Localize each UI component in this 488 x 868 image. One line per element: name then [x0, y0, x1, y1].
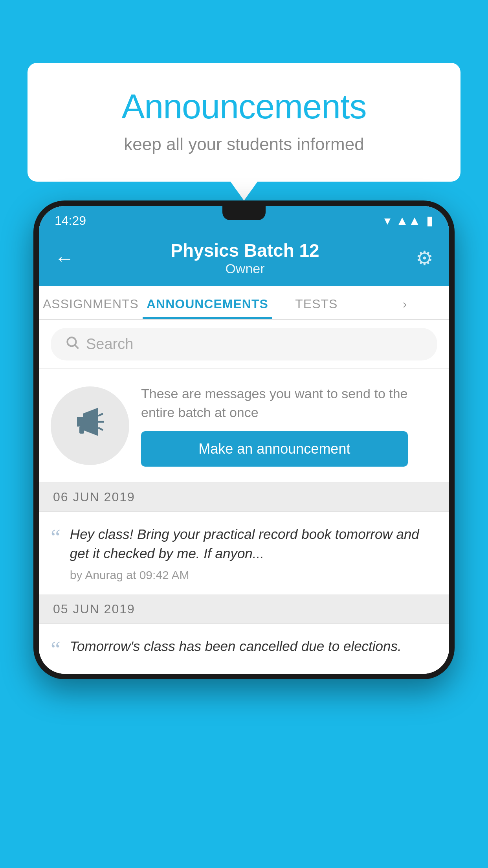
phone-wrapper: 14:29 ▾ ▲▲ ▮ ← Physics Batch 12 Owner ⚙ … — [33, 200, 455, 868]
search-placeholder-text: Search — [86, 336, 133, 353]
phone-frame: 14:29 ▾ ▲▲ ▮ ← Physics Batch 12 Owner ⚙ … — [33, 200, 455, 679]
battery-icon: ▮ — [426, 213, 433, 228]
back-button[interactable]: ← — [55, 247, 74, 270]
quote-icon-1: “ — [51, 526, 61, 548]
promo-content: These are messages you want to send to t… — [141, 384, 437, 467]
search-container: Search — [39, 320, 449, 369]
announcement-content-2: Tomorrow's class has been cancelled due … — [70, 636, 437, 661]
announcement-text-1: Hey class! Bring your practical record b… — [70, 524, 437, 563]
status-icons: ▾ ▲▲ ▮ — [384, 213, 433, 228]
user-role-label: Owner — [74, 261, 416, 276]
search-icon — [65, 335, 80, 353]
announcement-item-1[interactable]: “ Hey class! Bring your practical record… — [39, 512, 449, 595]
make-announcement-button[interactable]: Make an announcement — [141, 431, 408, 467]
speech-bubble-subtitle: keep all your students informed — [59, 134, 429, 154]
tab-tests[interactable]: TESTS — [272, 286, 361, 319]
speech-bubble-section: Announcements keep all your students inf… — [28, 63, 460, 182]
announcement-content-1: Hey class! Bring your practical record b… — [70, 524, 437, 582]
tab-more[interactable]: › — [361, 286, 449, 319]
svg-line-4 — [98, 414, 103, 416]
batch-title: Physics Batch 12 — [74, 240, 416, 261]
promo-section: These are messages you want to send to t… — [39, 369, 449, 483]
tabs-bar: ASSIGNMENTS ANNOUNCEMENTS TESTS › — [39, 286, 449, 320]
svg-line-6 — [98, 428, 103, 430]
promo-description: These are messages you want to send to t… — [141, 384, 437, 422]
quote-icon-2: “ — [51, 638, 61, 660]
status-time: 14:29 — [55, 213, 86, 228]
app-header: ← Physics Batch 12 Owner ⚙ — [39, 232, 449, 286]
phone-notch — [222, 206, 266, 220]
speech-bubble-title: Announcements — [59, 86, 429, 127]
search-bar[interactable]: Search — [51, 328, 437, 360]
signal-icon: ▲▲ — [396, 213, 421, 228]
svg-marker-3 — [83, 408, 98, 436]
svg-rect-7 — [79, 427, 84, 434]
megaphone-icon — [72, 404, 108, 447]
promo-icon-circle — [51, 386, 129, 465]
svg-line-1 — [75, 345, 78, 348]
date-separator-1: 06 JUN 2019 — [39, 483, 449, 512]
phone-screen: 14:29 ▾ ▲▲ ▮ ← Physics Batch 12 Owner ⚙ … — [39, 206, 449, 674]
announcement-text-2: Tomorrow's class has been cancelled due … — [70, 636, 437, 656]
announcement-item-2[interactable]: “ Tomorrow's class has been cancelled du… — [39, 624, 449, 674]
tab-assignments[interactable]: ASSIGNMENTS — [39, 286, 143, 319]
speech-bubble-card: Announcements keep all your students inf… — [28, 63, 460, 182]
header-center: Physics Batch 12 Owner — [74, 240, 416, 276]
wifi-icon: ▾ — [384, 213, 391, 228]
svg-marker-2 — [77, 417, 83, 427]
settings-icon[interactable]: ⚙ — [416, 247, 433, 270]
date-separator-2: 05 JUN 2019 — [39, 595, 449, 624]
announcement-meta-1: by Anurag at 09:42 AM — [70, 568, 437, 582]
tab-announcements[interactable]: ANNOUNCEMENTS — [143, 286, 272, 319]
